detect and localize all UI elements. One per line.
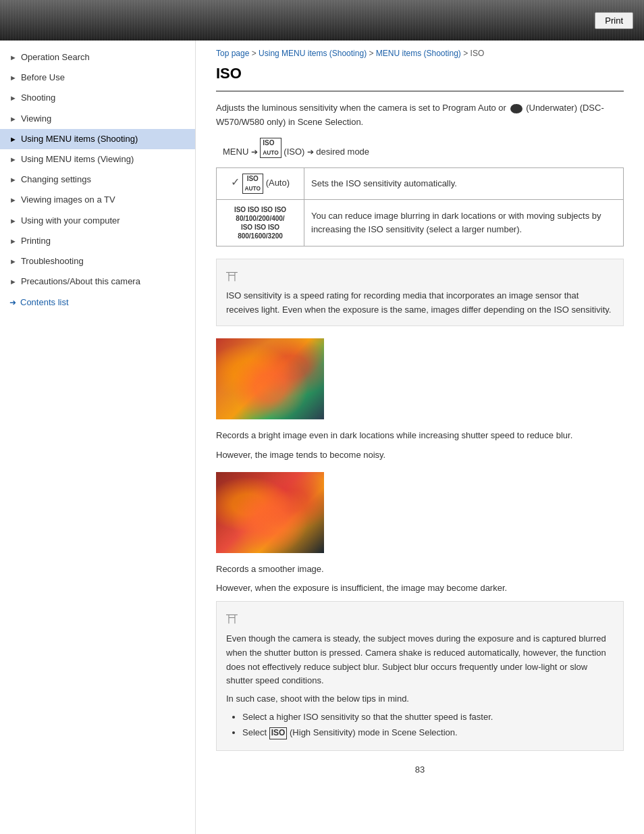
- sidebar-item-troubleshooting[interactable]: ► Troubleshooting: [0, 251, 195, 271]
- menu-instruction: MENU ➔ ISOAUTO (ISO) ➔ desired mode: [216, 138, 624, 158]
- main-content: Top page > Using MENU items (Shooting) >…: [196, 41, 644, 834]
- tip-icon-2: ⛩: [226, 610, 614, 629]
- arrow-icon: ►: [9, 73, 17, 83]
- tip-box-1: ⛩ ISO sensitivity is a speed rating for …: [216, 259, 624, 326]
- arrow-right-icon: ➜: [9, 298, 16, 307]
- table-row-numbers: ISO ISO ISO ISO80/100/200/400/ISO ISO IS…: [217, 199, 624, 246]
- sidebar-item-viewing[interactable]: ► Viewing: [0, 109, 195, 129]
- flower-overlay-1: [216, 338, 324, 419]
- bullet-item-1: Select a higher ISO sensitivity so that …: [242, 710, 614, 724]
- iso-numbers-icon: ISO ISO ISO ISO80/100/200/400/ISO ISO IS…: [223, 205, 297, 240]
- caption-1b: However, the image tends to become noisy…: [216, 448, 624, 463]
- iso-auto-table-icon: ISOAUTO: [242, 174, 263, 194]
- tip1-text: ISO sensitivity is a speed rating for re…: [226, 290, 611, 315]
- breadcrumb-sep3: >: [463, 49, 470, 58]
- sidebar-item-changing-settings[interactable]: ► Changing settings: [0, 170, 195, 190]
- tip-icon-1: ⛩: [226, 267, 614, 287]
- sidebar-item-operation-search[interactable]: ► Operation Search: [0, 47, 195, 68]
- arrow-icon: ►: [9, 195, 17, 205]
- sidebar-item-viewing-tv[interactable]: ► Viewing images on a TV: [0, 190, 195, 210]
- page-title: ISO: [216, 65, 624, 82]
- page-title-section: ISO: [216, 65, 624, 92]
- breadcrumb-sep1: >: [252, 49, 259, 58]
- arrow-icon: ►: [9, 236, 17, 246]
- photo-2: [216, 472, 324, 553]
- arrow-icon: ►: [9, 93, 17, 103]
- arrow-icon: ►: [9, 257, 17, 267]
- sidebar-item-precautions[interactable]: ► Precautions/About this camera: [0, 271, 195, 292]
- header-bar: Print: [0, 0, 644, 41]
- caption-2a: Records a smoother image.: [216, 563, 624, 577]
- contents-list-label: Contents list: [20, 297, 69, 307]
- breadcrumb-menu-items[interactable]: MENU items (Shooting): [376, 49, 461, 58]
- sidebar-item-before-use[interactable]: ► Before Use: [0, 68, 195, 88]
- tip2-text: Even though the camera is steady, the su…: [226, 632, 614, 688]
- arrow-icon: ►: [9, 114, 17, 124]
- arrow-icon: ►: [9, 134, 17, 145]
- sidebar-label: Viewing images on a TV: [21, 194, 115, 206]
- breadcrumb: Top page > Using MENU items (Shooting) >…: [216, 41, 624, 65]
- photo-sim-2: [216, 472, 324, 553]
- sidebar-label: Printing: [21, 235, 51, 247]
- breadcrumb-current: ISO: [471, 49, 485, 58]
- print-button[interactable]: Print: [595, 12, 633, 29]
- photo-1: [216, 338, 324, 419]
- table-cell-auto-label: ✓ ISOAUTO (Auto): [217, 167, 304, 199]
- sidebar: ► Operation Search ► Before Use ► Shooti…: [0, 41, 196, 834]
- sidebar-item-printing[interactable]: ► Printing: [0, 231, 195, 251]
- arrow-icon: ►: [9, 175, 17, 185]
- breadcrumb-shooting-menu[interactable]: Using MENU items (Shooting): [259, 49, 367, 58]
- sidebar-label: Troubleshooting: [21, 255, 84, 267]
- table-cell-numbers-desc: You can reduce image blurring in dark lo…: [304, 199, 624, 246]
- sidebar-label: Changing settings: [21, 174, 91, 186]
- iso-inline-icon: ISO: [269, 727, 288, 739]
- photo-sim-1: [216, 338, 324, 419]
- bullet-item-2: Select ISO (High Sensitivity) mode in Sc…: [242, 726, 614, 739]
- sidebar-label: Viewing: [21, 113, 51, 125]
- arrow-sym-1: ➔: [251, 147, 260, 157]
- sidebar-item-using-menu-shooting[interactable]: ► Using MENU items (Shooting): [0, 129, 195, 149]
- sidebar-label: Before Use: [21, 72, 65, 84]
- tip2-subtext: In such case, shoot with the below tips …: [226, 692, 614, 706]
- sidebar-item-using-menu-viewing[interactable]: ► Using MENU items (Viewing): [0, 149, 195, 170]
- contents-list-link[interactable]: ➜ Contents list: [0, 292, 195, 313]
- sidebar-label: Using MENU items (Shooting): [21, 133, 138, 145]
- check-icon: ✓: [231, 176, 240, 188]
- sidebar-label: Using with your computer: [21, 215, 120, 227]
- breadcrumb-top[interactable]: Top page: [216, 49, 249, 58]
- auto-label: (Auto): [266, 178, 290, 188]
- arrow-sym-2: ➔: [307, 147, 316, 157]
- table-cell-auto-desc: Sets the ISO sensitivity automatically.: [304, 167, 624, 199]
- underwater-icon: [510, 104, 522, 113]
- breadcrumb-sep2: >: [369, 49, 375, 58]
- flower-overlay-2: [216, 472, 324, 553]
- caption-1a: Records a bright image even in dark loca…: [216, 429, 624, 443]
- iso-auto-icon: ISOAUTO: [260, 138, 281, 158]
- arrow-icon: ►: [9, 53, 17, 63]
- tip2-bullets: Select a higher ISO sensitivity so that …: [226, 710, 614, 739]
- sidebar-label: Using MENU items (Viewing): [21, 153, 134, 165]
- sidebar-label: Shooting: [21, 92, 55, 104]
- sidebar-item-using-computer[interactable]: ► Using with your computer: [0, 211, 195, 231]
- table-cell-numbers-label: ISO ISO ISO ISO80/100/200/400/ISO ISO IS…: [217, 199, 304, 246]
- iso-table: ✓ ISOAUTO (Auto) Sets the ISO sensitivit…: [216, 167, 624, 246]
- arrow-icon: ►: [9, 155, 17, 165]
- page-number: 83: [216, 764, 624, 775]
- tip-box-2: ⛩ Even though the camera is steady, the …: [216, 601, 624, 751]
- table-row-auto: ✓ ISOAUTO (Auto) Sets the ISO sensitivit…: [217, 167, 624, 199]
- arrow-icon: ►: [9, 216, 17, 226]
- arrow-icon: ►: [9, 277, 17, 287]
- sidebar-item-shooting[interactable]: ► Shooting: [0, 88, 195, 108]
- sidebar-label: Precautions/About this camera: [21, 276, 140, 288]
- main-layout: ► Operation Search ► Before Use ► Shooti…: [0, 41, 644, 834]
- intro-text: Adjusts the luminous sensitivity when th…: [216, 101, 624, 130]
- caption-2b: However, when the exposure is insufficie…: [216, 581, 624, 596]
- sidebar-label: Operation Search: [21, 51, 90, 63]
